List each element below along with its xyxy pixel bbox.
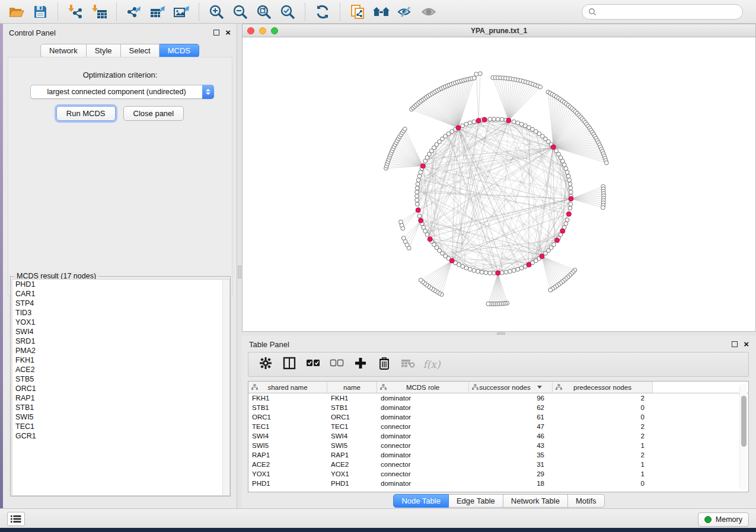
- tab-select[interactable]: Select: [121, 44, 160, 57]
- export-image-button[interactable]: [170, 2, 193, 22]
- show-panels-button[interactable]: [7, 512, 25, 526]
- deselect-all-button[interactable]: [327, 355, 347, 374]
- mcds-result-item[interactable]: TID3: [12, 308, 229, 318]
- table-row[interactable]: TEC1TEC1connector472: [248, 422, 748, 431]
- mcds-hub-node[interactable]: [527, 262, 531, 267]
- mcds-result-item[interactable]: ACE2: [12, 365, 229, 374]
- mcds-hub-node[interactable]: [482, 117, 487, 122]
- mcds-result-item[interactable]: STP4: [12, 299, 229, 308]
- column-header-shared-name[interactable]: shared name: [248, 382, 327, 393]
- scrollbar-thumb[interactable]: [741, 396, 747, 447]
- mcds-result-item[interactable]: SWI5: [12, 412, 229, 422]
- mcds-list-scrollbar[interactable]: [222, 280, 229, 495]
- mcds-hub-node[interactable]: [420, 164, 425, 168]
- save-button[interactable]: [28, 2, 52, 22]
- mcds-result-item[interactable]: FKH1: [12, 355, 229, 365]
- network-overview-button[interactable]: [346, 2, 369, 22]
- column-header-successor-nodes[interactable]: successor nodes: [469, 382, 553, 393]
- mcds-result-item[interactable]: STB5: [12, 374, 229, 384]
- tab-node-table[interactable]: Node Table: [393, 494, 449, 508]
- table-row[interactable]: STB1STB1dominator620: [248, 403, 748, 412]
- mcds-result-item[interactable]: ORC1: [12, 384, 229, 393]
- float-panel-icon[interactable]: [213, 30, 219, 36]
- close-panel-button[interactable]: Close panel: [123, 106, 184, 121]
- mcds-hub-node[interactable]: [566, 211, 571, 216]
- mcds-result-item[interactable]: RAP1: [12, 393, 229, 403]
- close-panel-icon[interactable]: ×: [225, 30, 231, 36]
- tab-motifs[interactable]: Motifs: [568, 494, 605, 508]
- first-neighbors-button[interactable]: [369, 2, 393, 22]
- mcds-result-item[interactable]: CAR1: [12, 289, 229, 299]
- tab-style[interactable]: Style: [87, 44, 121, 57]
- table-scrollbar[interactable]: [739, 384, 747, 489]
- gear-button[interactable]: [256, 355, 276, 374]
- search-box[interactable]: [582, 4, 743, 20]
- mcds-hub-node[interactable]: [428, 237, 432, 242]
- export-table-button[interactable]: [146, 2, 170, 22]
- mcds-result-list[interactable]: PHD1CAR1STP4TID3YOX1SWI4SRD1PMA2FKH1ACE2…: [12, 279, 230, 496]
- table-row[interactable]: RAP1RAP1dominator352: [248, 450, 748, 460]
- network-window-titlebar[interactable]: YPA_prune.txt_1: [243, 24, 755, 37]
- search-input[interactable]: [600, 8, 731, 16]
- tab-network[interactable]: Network: [40, 44, 87, 57]
- window-close-icon[interactable]: [247, 27, 254, 34]
- mcds-result-item[interactable]: GCR1: [12, 431, 229, 441]
- mcds-hub-node[interactable]: [540, 254, 544, 259]
- mcds-hub-node[interactable]: [416, 208, 420, 213]
- import-table-button[interactable]: [87, 2, 111, 22]
- zoom-in-button[interactable]: [205, 2, 228, 22]
- mcds-hub-node[interactable]: [419, 218, 423, 223]
- add-button[interactable]: [350, 355, 371, 374]
- mcds-hub-node[interactable]: [496, 271, 500, 275]
- mcds-result-item[interactable]: YOX1: [12, 318, 229, 327]
- criterion-dropdown[interactable]: largest connected component (undirected): [30, 85, 214, 99]
- mcds-result-item[interactable]: SWI4: [12, 327, 229, 336]
- mcds-result-item[interactable]: TEC1: [12, 422, 229, 431]
- table-row[interactable]: FKH1FKH1dominator962: [248, 393, 748, 403]
- zoom-out-button[interactable]: [228, 2, 252, 22]
- table-row[interactable]: SWI4SWI4dominator462: [248, 431, 748, 441]
- mcds-result-item[interactable]: STB1: [12, 403, 229, 412]
- network-canvas[interactable]: [243, 37, 755, 331]
- window-zoom-icon[interactable]: [271, 27, 278, 34]
- show-all-button[interactable]: [417, 2, 441, 22]
- mcds-result-item[interactable]: SRD1: [12, 336, 229, 346]
- network-graph[interactable]: [243, 37, 755, 331]
- window-minimize-icon[interactable]: [259, 27, 266, 34]
- float-panel-icon[interactable]: [732, 341, 738, 347]
- close-panel-icon[interactable]: ×: [744, 341, 749, 347]
- table-row[interactable]: PHD1PHD1dominator180: [248, 479, 748, 488]
- open-button[interactable]: [5, 2, 28, 22]
- column-header-MCDS-role[interactable]: MCDS role: [377, 382, 469, 393]
- mcds-hub-node[interactable]: [449, 258, 454, 263]
- table-row[interactable]: YOX1YOX1connector291: [248, 469, 748, 479]
- hide-selected-button[interactable]: [393, 2, 417, 22]
- splitter-handle[interactable]: [497, 332, 505, 335]
- export-network-button[interactable]: [122, 2, 146, 22]
- tab-edge-table[interactable]: Edge Table: [449, 494, 503, 508]
- run-mcds-button[interactable]: Run MCDS: [56, 106, 116, 121]
- refresh-button[interactable]: [311, 2, 334, 22]
- splitter-handle[interactable]: [238, 265, 241, 278]
- mcds-hub-node[interactable]: [456, 126, 461, 130]
- columns-button[interactable]: [279, 355, 299, 374]
- tab-mcds[interactable]: MCDS: [160, 44, 199, 57]
- zoom-fit-button[interactable]: [252, 2, 276, 22]
- import-network-button[interactable]: [63, 2, 87, 22]
- mcds-result-item[interactable]: PMA2: [12, 346, 229, 355]
- vertical-splitter[interactable]: [237, 24, 242, 508]
- table-row[interactable]: ACE2ACE2connector311: [248, 460, 748, 469]
- tab-network-table[interactable]: Network Table: [503, 494, 568, 508]
- column-header-name[interactable]: name: [327, 382, 377, 393]
- table-row[interactable]: ORC1ORC1dominator610: [248, 412, 748, 422]
- mcds-hub-node[interactable]: [506, 118, 511, 123]
- zoom-selected-button[interactable]: [276, 2, 299, 22]
- mcds-hub-node[interactable]: [551, 145, 556, 149]
- table-row[interactable]: SWI5SWI5connector431: [248, 441, 748, 450]
- mcds-hub-node[interactable]: [476, 118, 481, 123]
- column-header-predecessor-nodes[interactable]: predecessor nodes: [553, 382, 653, 393]
- mcds-result-item[interactable]: PHD1: [12, 280, 229, 289]
- mcds-hub-node[interactable]: [560, 229, 565, 233]
- delete-button[interactable]: [374, 355, 394, 374]
- mcds-hub-node[interactable]: [569, 197, 573, 201]
